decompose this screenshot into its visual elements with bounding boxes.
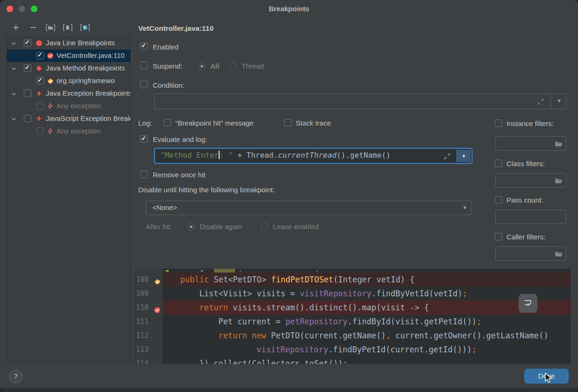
tree-item[interactable]: Java Line Breakpoints <box>7 37 130 49</box>
tree-item-label: Java Line Breakpoints <box>46 39 115 47</box>
group-by-class-button[interactable]: C <box>79 23 91 33</box>
tree-item[interactable]: Java Exception Breakpoints <box>7 87 130 100</box>
expander-chevron-down-icon[interactable] <box>11 91 17 98</box>
disable-until-dropdown[interactable]: <None> ▾ <box>146 201 472 215</box>
method-breakpoint-verified-icon <box>47 77 54 86</box>
class-filters-label: Class filters: <box>507 160 545 168</box>
evaluate-expression-input[interactable]: "Method Enter: " + Thread.currentThread(… <box>154 148 472 164</box>
method-breakpoint-icon <box>36 65 43 73</box>
expander-chevron-down-icon[interactable] <box>11 40 17 48</box>
code-line: 114}).collect(Collectors.toSet()); <box>134 357 571 364</box>
code-text: List<Visit> visits = visitRepository.fin… <box>134 287 467 301</box>
remove-breakpoint-button[interactable] <box>28 23 39 33</box>
evaluate-history-chevron-icon[interactable]: ▾ <box>457 150 471 162</box>
stack-trace-checkbox[interactable] <box>284 119 292 126</box>
instance-filters-checkbox[interactable] <box>495 119 502 127</box>
exception-breakpoint-icon <box>36 115 43 124</box>
pass-count-checkbox[interactable] <box>495 196 502 203</box>
breakpoints-dialog: Breakpoints C Java Line BreakpointsVetCo… <box>0 0 578 392</box>
tree-item-label: Java Method Breakpoints <box>46 64 125 72</box>
soft-wrap-button[interactable] <box>519 294 537 313</box>
minus-icon <box>29 23 37 33</box>
instance-filters-input[interactable] <box>495 136 566 151</box>
expand-editor-icon[interactable] <box>443 153 451 161</box>
code-line: 110return visits.stream().distinct().map… <box>134 301 571 315</box>
breakpoint-title: VetController.java:110 <box>138 24 214 33</box>
tree-item-label: Java Exception Breakpoints <box>46 89 131 97</box>
suspend-checkbox[interactable] <box>140 62 148 69</box>
tree-item-checkbox[interactable] <box>36 102 44 110</box>
condition-history-chevron-icon[interactable]: ▾ <box>557 97 561 104</box>
breakpoints-tree[interactable]: Java Line BreakpointsVetController.java:… <box>7 36 131 363</box>
after-hit-disable-label: Disable again <box>200 223 242 231</box>
group-by-file-button[interactable] <box>62 23 73 33</box>
remove-once-hit-checkbox[interactable] <box>140 171 148 178</box>
code-preview[interactable]: 108public Set<PetDTO> findPetDTOSet(Inte… <box>134 269 571 364</box>
log-label: Log: <box>138 119 152 127</box>
log-message-checkbox[interactable] <box>164 119 171 126</box>
group-by-package-button[interactable] <box>45 23 56 33</box>
caller-filters-input[interactable] <box>495 246 566 261</box>
tree-item-checkbox[interactable] <box>36 127 44 135</box>
suspend-label: Suspend: <box>153 62 182 70</box>
log-message-label: "Breakpoint hit" message <box>175 119 253 127</box>
exception-breakpoint-icon <box>36 90 43 98</box>
svg-text:C: C <box>84 25 87 30</box>
tree-item[interactable]: Any exception <box>7 100 130 112</box>
condition-checkbox[interactable] <box>140 81 148 88</box>
group-file-icon <box>63 23 73 33</box>
tree-item-checkbox[interactable] <box>24 39 31 47</box>
caller-filters-label: Caller filters: <box>507 233 545 241</box>
code-line: 109List<Visit> visits = visitRepository.… <box>134 287 571 301</box>
class-filters-input[interactable] <box>495 173 566 188</box>
expand-editor-icon[interactable] <box>537 98 544 107</box>
stack-trace-label: Stack trace <box>296 119 331 127</box>
evaluate-checkbox[interactable] <box>140 135 148 143</box>
exception-breakpoint-disabled-icon <box>47 128 54 136</box>
suspend-all-radio[interactable] <box>198 63 206 70</box>
remove-once-hit-label: Remove once hit <box>153 171 206 179</box>
expander-chevron-down-icon[interactable] <box>11 116 17 124</box>
disable-until-label: Disable until hitting the following brea… <box>138 186 275 194</box>
tree-item-checkbox[interactable] <box>24 115 31 122</box>
add-breakpoint-button[interactable] <box>10 23 21 33</box>
tree-item-label: JavaScript Exception Breakpoints <box>46 114 131 122</box>
window-bottom-edge <box>0 388 578 392</box>
suspend-all-label: All <box>210 62 219 70</box>
tree-item-checkbox[interactable] <box>36 52 44 59</box>
enabled-checkbox[interactable] <box>140 42 148 50</box>
tree-item-checkbox[interactable] <box>36 77 44 84</box>
browse-folder-icon[interactable] <box>555 140 563 148</box>
code-line: 108public Set<PetDTO> findPetDTOSet(Inte… <box>134 273 571 287</box>
code-text: visitRepository.findByPetId(current.getI… <box>134 343 477 357</box>
tree-item-checkbox[interactable] <box>24 90 31 97</box>
after-hit-leave-radio[interactable] <box>261 223 268 231</box>
suspend-thread-radio[interactable] <box>229 63 237 70</box>
tree-item-label: VetController.java:110 <box>57 51 125 59</box>
condition-input[interactable]: ▾ <box>154 93 566 109</box>
after-hit-label: After hit: <box>146 223 172 231</box>
tree-item[interactable]: Java Method Breakpoints <box>7 62 130 75</box>
tree-item-label: Any exception <box>57 127 100 135</box>
help-button[interactable]: ? <box>9 370 22 383</box>
condition-label: Condition: <box>153 81 185 89</box>
group-class-icon: C <box>80 23 90 33</box>
tree-item[interactable]: Any exception <box>7 125 130 138</box>
tree-item[interactable]: JavaScript Exception Breakpoints <box>7 112 130 125</box>
caller-filters-checkbox[interactable] <box>495 233 502 240</box>
evaluate-label: Evaluate and log: <box>153 135 207 143</box>
class-filters-checkbox[interactable] <box>495 160 502 167</box>
code-text: return new PetDTO(current.getName(), cur… <box>134 329 549 343</box>
tree-item[interactable]: org.springframewo <box>7 75 130 87</box>
code-text: }).collect(Collectors.toSet()); <box>134 357 348 364</box>
browse-folder-icon[interactable] <box>555 251 563 259</box>
expander-chevron-down-icon[interactable] <box>11 65 17 73</box>
pass-count-input[interactable] <box>495 210 566 224</box>
dropdown-chevron-icon: ▾ <box>463 204 466 211</box>
after-hit-leave-label: Leave enabled <box>273 223 319 231</box>
after-hit-disable-radio[interactable] <box>187 223 195 231</box>
code-text: Pet current = petRepository.findById(vis… <box>134 315 481 329</box>
browse-folder-icon[interactable] <box>555 177 563 185</box>
tree-item[interactable]: VetController.java:110 <box>7 49 130 62</box>
tree-item-checkbox[interactable] <box>24 64 31 72</box>
